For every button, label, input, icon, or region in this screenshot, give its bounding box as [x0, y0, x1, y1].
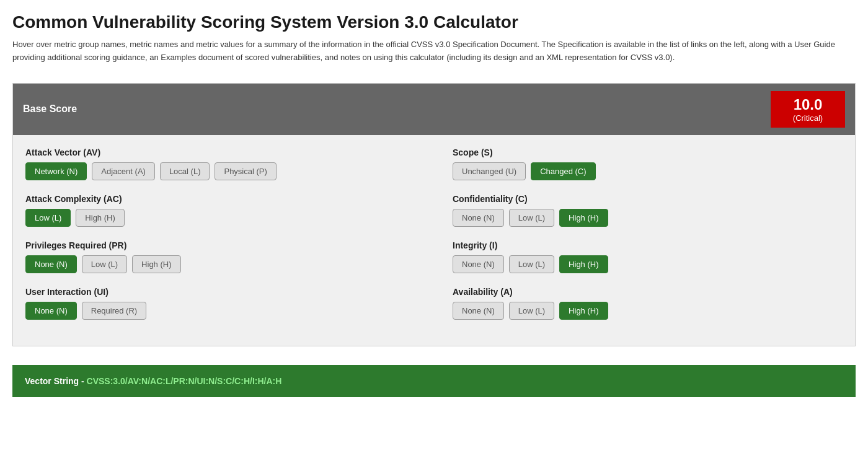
metrics-grid: Attack Vector (AV) Network (N) Adjacent …	[13, 135, 855, 346]
availability-options: None (N) Low (L) High (H)	[453, 302, 843, 320]
ac-high-btn[interactable]: High (H)	[76, 209, 124, 227]
vector-string-label: Vector String -	[25, 376, 84, 386]
avail-none-btn[interactable]: None (N)	[453, 302, 504, 320]
base-score-label: Base Score	[23, 103, 77, 115]
privileges-required-options: None (N) Low (L) High (H)	[25, 255, 415, 273]
user-interaction-group: User Interaction (UI) None (N) Required …	[25, 287, 415, 320]
privileges-required-group: Privileges Required (PR) None (N) Low (L…	[25, 240, 415, 273]
scope-changed-btn[interactable]: Changed (C)	[531, 162, 595, 180]
attack-vector-group: Attack Vector (AV) Network (N) Adjacent …	[25, 147, 415, 180]
avail-high-btn[interactable]: High (H)	[559, 302, 608, 320]
pr-none-btn[interactable]: None (N)	[25, 255, 77, 273]
scope-group: Scope (S) Unchanged (U) Changed (C)	[453, 147, 843, 180]
user-interaction-options: None (N) Required (R)	[25, 302, 415, 320]
page-description: Hover over metric group names, metric na…	[12, 38, 856, 64]
vector-string-value2: CVSS:3.0/AV:N/AC:L/PR:N/UI:N/S:C/C:H/I:H…	[87, 376, 282, 386]
attack-vector-options: Network (N) Adjacent (A) Local (L) Physi…	[25, 162, 415, 180]
int-low-btn[interactable]: Low (L)	[509, 255, 554, 273]
av-adjacent-btn[interactable]: Adjacent (A)	[92, 162, 155, 180]
attack-complexity-options: Low (L) High (H)	[25, 209, 415, 227]
page-title: Common Vulnerability Scoring System Vers…	[12, 12, 856, 32]
confidentiality-label: Confidentiality (C)	[453, 194, 843, 204]
availability-label: Availability (A)	[453, 287, 843, 297]
base-score-panel: Base Score 10.0 (Critical) Attack Vector…	[12, 83, 856, 346]
conf-low-btn[interactable]: Low (L)	[509, 209, 554, 227]
ui-none-btn[interactable]: None (N)	[25, 302, 77, 320]
confidentiality-options: None (N) Low (L) High (H)	[453, 209, 843, 227]
ac-low-btn[interactable]: Low (L)	[25, 209, 71, 227]
pr-low-btn[interactable]: Low (L)	[82, 255, 127, 273]
user-interaction-label: User Interaction (UI)	[25, 287, 415, 297]
availability-group: Availability (A) None (N) Low (L) High (…	[453, 287, 843, 320]
base-score-header: Base Score 10.0 (Critical)	[13, 84, 855, 135]
av-local-btn[interactable]: Local (L)	[160, 162, 210, 180]
privileges-required-label: Privileges Required (PR)	[25, 240, 415, 250]
score-badge: 10.0 (Critical)	[771, 91, 845, 128]
integrity-label: Integrity (I)	[453, 240, 843, 250]
score-severity: (Critical)	[783, 113, 833, 123]
int-high-btn[interactable]: High (H)	[559, 255, 608, 273]
av-network-btn[interactable]: Network (N)	[25, 162, 87, 180]
attack-complexity-group: Attack Complexity (AC) Low (L) High (H)	[25, 194, 415, 227]
scope-label: Scope (S)	[453, 147, 843, 157]
av-physical-btn[interactable]: Physical (P)	[215, 162, 276, 180]
ui-required-btn[interactable]: Required (R)	[82, 302, 146, 320]
integrity-group: Integrity (I) None (N) Low (L) High (H)	[453, 240, 843, 273]
score-value: 10.0	[783, 96, 833, 113]
scope-options: Unchanged (U) Changed (C)	[453, 162, 843, 180]
attack-vector-label: Attack Vector (AV)	[25, 147, 415, 157]
scope-unchanged-btn[interactable]: Unchanged (U)	[453, 162, 526, 180]
vector-footer: Vector String - CVSS:3.0/AV:N/AC:L/PR:N/…	[12, 365, 856, 397]
avail-low-btn[interactable]: Low (L)	[509, 302, 554, 320]
integrity-options: None (N) Low (L) High (H)	[453, 255, 843, 273]
conf-high-btn[interactable]: High (H)	[559, 209, 608, 227]
pr-high-btn[interactable]: High (H)	[132, 255, 180, 273]
confidentiality-group: Confidentiality (C) None (N) Low (L) Hig…	[453, 194, 843, 227]
attack-complexity-label: Attack Complexity (AC)	[25, 194, 415, 204]
conf-none-btn[interactable]: None (N)	[453, 209, 504, 227]
int-none-btn[interactable]: None (N)	[453, 255, 504, 273]
